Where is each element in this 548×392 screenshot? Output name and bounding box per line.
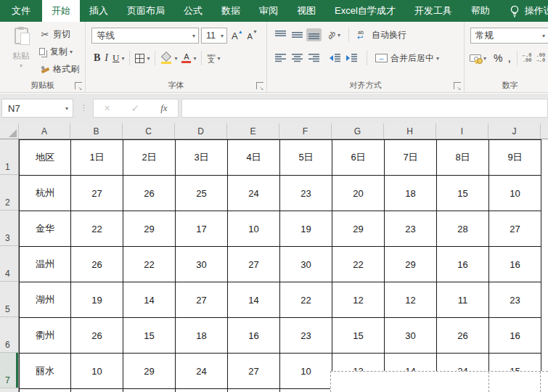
cell[interactable]: 28 bbox=[437, 211, 489, 247]
cell[interactable]: 26 bbox=[71, 247, 123, 282]
align-middle-button[interactable] bbox=[290, 28, 305, 41]
align-top-button[interactable] bbox=[273, 28, 288, 41]
cell[interactable]: 27 bbox=[489, 211, 541, 247]
cell[interactable]: 15 bbox=[437, 176, 489, 211]
underline-dropdown-icon[interactable]: ▾ bbox=[121, 55, 124, 62]
accounting-format-button[interactable]: ▾ bbox=[470, 54, 486, 62]
name-box-dropdown-icon[interactable]: ▾ bbox=[65, 105, 68, 112]
cell[interactable]: 24 bbox=[176, 354, 228, 389]
cell[interactable]: 24 bbox=[228, 176, 280, 211]
decrease-font-button[interactable]: A▼ bbox=[248, 29, 258, 42]
font-color-button[interactable]: A▾ bbox=[181, 53, 196, 63]
cell[interactable]: 12 bbox=[332, 282, 385, 318]
select-all-corner[interactable] bbox=[0, 123, 19, 139]
cell[interactable]: 20 bbox=[332, 176, 385, 211]
column-header[interactable]: E bbox=[227, 123, 279, 139]
italic-button[interactable]: I bbox=[105, 52, 108, 64]
column-header[interactable]: I bbox=[436, 123, 488, 139]
cell[interactable]: 15 bbox=[332, 318, 385, 354]
column-header[interactable]: D bbox=[175, 123, 227, 139]
fill-color-dropdown-icon[interactable]: ▾ bbox=[174, 55, 177, 62]
cell[interactable]: 29 bbox=[123, 354, 176, 389]
cell[interactable]: 衢州 bbox=[20, 318, 71, 354]
font-dialog-launcher-icon[interactable] bbox=[256, 82, 263, 89]
cell[interactable]: 5日 bbox=[280, 140, 332, 176]
phonetic-dropdown-icon[interactable]: ▾ bbox=[217, 55, 220, 62]
ribbon-tab[interactable]: 插入 bbox=[80, 0, 118, 22]
cell[interactable] bbox=[123, 389, 176, 392]
merge-center-dropdown-icon[interactable]: ▾ bbox=[436, 55, 439, 62]
ribbon-tab[interactable]: 数据 bbox=[212, 0, 250, 22]
cell[interactable]: 10 bbox=[280, 354, 332, 389]
decrease-decimal-button[interactable]: .00 →.0 bbox=[536, 53, 546, 63]
cell[interactable]: 7日 bbox=[385, 140, 437, 176]
cell[interactable] bbox=[280, 389, 332, 392]
cell[interactable] bbox=[228, 389, 280, 392]
increase-indent-button[interactable] bbox=[344, 52, 359, 65]
ribbon-tab[interactable]: 开发工具 bbox=[405, 0, 462, 22]
cell[interactable]: 温州 bbox=[20, 247, 71, 282]
cell[interactable]: 4日 bbox=[228, 140, 280, 176]
decrease-indent-button[interactable] bbox=[327, 52, 343, 65]
cell[interactable]: 1日 bbox=[71, 140, 123, 176]
ribbon-tab[interactable]: 视图 bbox=[287, 0, 325, 22]
cell[interactable]: 23 bbox=[280, 176, 332, 211]
borders-button[interactable]: ▾ bbox=[135, 54, 150, 63]
column-header[interactable]: A bbox=[19, 123, 70, 139]
format-painter-button[interactable]: 格式刷 bbox=[39, 62, 79, 76]
font-size-dropdown-icon[interactable]: ▾ bbox=[221, 33, 224, 39]
align-right-button[interactable] bbox=[306, 52, 322, 65]
ribbon-tab[interactable]: 帮助 bbox=[462, 0, 499, 22]
cell[interactable] bbox=[71, 389, 123, 392]
formula-input[interactable] bbox=[181, 99, 548, 118]
cell[interactable]: 10 bbox=[71, 354, 123, 389]
cut-button[interactable]: ✂ 剪切 bbox=[39, 27, 79, 41]
ribbon-tab[interactable]: 页面布局 bbox=[118, 0, 174, 22]
merge-center-button[interactable]: ↔合并后居中▾ bbox=[375, 52, 439, 65]
alignment-dialog-launcher-icon[interactable] bbox=[454, 82, 461, 89]
cell[interactable]: 3日 bbox=[176, 140, 228, 176]
font-size-combo[interactable]: 11 ▾ bbox=[201, 28, 227, 44]
cell[interactable]: 26 bbox=[71, 318, 123, 354]
ribbon-tab[interactable]: 开始 bbox=[42, 0, 80, 22]
row-header[interactable]: 5 bbox=[0, 282, 18, 317]
ribbon-tab[interactable]: 公式 bbox=[174, 0, 212, 22]
cell[interactable]: 22 bbox=[123, 247, 176, 282]
fill-color-button[interactable]: ▾ bbox=[160, 52, 177, 64]
cell[interactable]: 27 bbox=[176, 282, 228, 318]
cell[interactable]: 9日 bbox=[489, 140, 541, 176]
row-header[interactable]: 6 bbox=[0, 317, 18, 353]
number-format-dropdown-icon[interactable]: ▾ bbox=[542, 33, 545, 39]
cell[interactable]: 6日 bbox=[332, 140, 385, 176]
increase-decimal-button[interactable]: ←.0 .00 bbox=[523, 53, 532, 63]
cell[interactable]: 11 bbox=[437, 282, 489, 318]
tell-me[interactable]: 操作说明搜索 bbox=[510, 0, 548, 22]
align-bottom-button[interactable] bbox=[306, 28, 322, 41]
orientation-dropdown-icon[interactable]: ▾ bbox=[338, 32, 340, 38]
cell[interactable]: 16 bbox=[489, 247, 541, 282]
bold-button[interactable]: B bbox=[94, 52, 100, 64]
cell[interactable]: 27 bbox=[71, 176, 123, 211]
paste-button[interactable]: 粘贴 ▾ bbox=[6, 26, 36, 78]
cell[interactable]: 14 bbox=[123, 282, 176, 318]
column-header[interactable]: C bbox=[123, 123, 175, 139]
column-header[interactable]: F bbox=[279, 123, 332, 139]
cell[interactable]: 23 bbox=[489, 282, 541, 318]
column-header[interactable]: B bbox=[70, 123, 123, 139]
align-left-button[interactable] bbox=[273, 52, 288, 65]
accounting-dropdown-icon[interactable]: ▾ bbox=[483, 55, 486, 62]
wrap-text-button[interactable]: ab↩自动换行 bbox=[357, 29, 406, 41]
cell[interactable] bbox=[20, 389, 71, 392]
cell[interactable]: 30 bbox=[385, 318, 437, 354]
cell[interactable]: 19 bbox=[71, 282, 123, 318]
cell[interactable]: 12 bbox=[385, 282, 437, 318]
phonetic-guide-button[interactable]: wén文▾ bbox=[207, 53, 220, 64]
cell[interactable]: 19 bbox=[280, 211, 332, 247]
underline-button[interactable]: U▾ bbox=[113, 52, 124, 64]
row-header[interactable]: 7 bbox=[0, 353, 18, 388]
row-header[interactable]: 2 bbox=[0, 175, 18, 211]
font-name-dropdown-icon[interactable]: ▾ bbox=[192, 33, 195, 39]
file-tab[interactable]: 文件 bbox=[0, 0, 42, 22]
clipboard-dialog-launcher-icon[interactable] bbox=[75, 82, 82, 89]
cell[interactable]: 湖州 bbox=[20, 282, 71, 318]
